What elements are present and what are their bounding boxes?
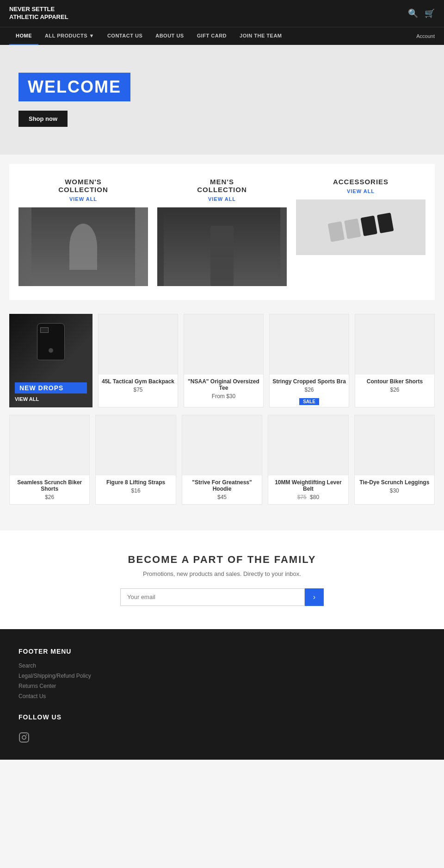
- product-image-straps: [96, 415, 175, 475]
- nav-item-gift-card[interactable]: GIFT CARD: [191, 27, 233, 45]
- product-image-bra: [270, 314, 349, 375]
- header: NEVER SETTLE ATHLETIC APPAREL 🔍 🛒: [0, 0, 444, 27]
- product-card-bra[interactable]: Stringy Cropped Sports Bra $26 SALE: [269, 314, 349, 407]
- footer-menu-title: FOOTER MENU: [18, 648, 426, 655]
- products-row-2: Seamless Scrunch Biker Shorts $26 Figure…: [9, 415, 435, 505]
- product-name-tye-dye: Tie-Dye Scrunch Leggings: [355, 475, 434, 487]
- header-icons: 🔍 🛒: [408, 8, 435, 19]
- new-drops-section: NEW DROPS VIEW ALL 45L Tactical Gym Back…: [0, 309, 444, 526]
- collections-section: WOMEN'SCOLLECTION VIEW ALL MEN'SCOLLECTI…: [9, 164, 435, 300]
- cart-icon[interactable]: 🛒: [425, 8, 435, 19]
- product-card-straps[interactable]: Figure 8 Lifting Straps $16: [95, 415, 176, 505]
- newsletter-subtitle: Promotions, new products and sales. Dire…: [9, 570, 435, 577]
- product-image-tye-dye: [355, 415, 434, 475]
- product-price-bra: $26: [270, 386, 349, 397]
- nav-left: HOME ALL PRODUCTS ▼ CONTACT US ABOUT US …: [9, 27, 289, 45]
- collections-grid: WOMEN'SCOLLECTION VIEW ALL MEN'SCOLLECTI…: [18, 178, 426, 286]
- product-name-belt: 10MM Weightlifting Lever Belt: [268, 475, 348, 493]
- svg-point-2: [26, 734, 27, 735]
- nav-item-join[interactable]: JOIN THE TEAM: [233, 27, 288, 45]
- product-name-hoodie: "Strive For Greatness" Hoodie: [182, 475, 262, 493]
- instagram-icon[interactable]: [18, 732, 30, 746]
- nav-item-all-products[interactable]: ALL PRODUCTS ▼: [38, 27, 101, 45]
- product-name-bra: Stringy Cropped Sports Bra: [270, 375, 349, 386]
- footer-link-contact[interactable]: Contact Us: [18, 693, 426, 699]
- product-name-backpack: 45L Tactical Gym Backpack: [99, 375, 178, 386]
- product-price-hoodie: $45: [182, 493, 262, 504]
- product-price-belt: $75 $80: [268, 493, 348, 504]
- product-price-tee: From $30: [184, 392, 263, 403]
- product-price-tye-dye: $30: [355, 487, 434, 498]
- accessories-collection-image[interactable]: [296, 200, 426, 255]
- product-image-scrunch-shorts: [10, 415, 89, 475]
- footer-link-returns[interactable]: Returns Center: [18, 683, 426, 689]
- product-image-tee: [184, 314, 263, 375]
- footer-link-search[interactable]: Search: [18, 662, 426, 669]
- main-nav: HOME ALL PRODUCTS ▼ CONTACT US ABOUT US …: [0, 27, 444, 45]
- product-price-shorts: $26: [355, 386, 434, 397]
- svg-point-1: [22, 736, 26, 739]
- footer-link-legal[interactable]: Legal/Shipping/Refund Policy: [18, 673, 426, 679]
- nav-account[interactable]: Account: [416, 33, 435, 39]
- nav-item-about[interactable]: ABOUT US: [149, 27, 190, 45]
- welcome-text: WELCOME: [28, 77, 121, 96]
- product-image-shorts: [355, 314, 434, 375]
- newsletter-title: BECOME A PART OF THE FAMILY: [9, 554, 435, 566]
- newsletter-form: ›: [120, 588, 324, 606]
- search-icon[interactable]: 🔍: [408, 8, 418, 19]
- nav-item-contact[interactable]: CONTACT US: [101, 27, 149, 45]
- products-row-1: NEW DROPS VIEW ALL 45L Tactical Gym Back…: [9, 314, 435, 407]
- product-name-scrunch-shorts: Seamless Scrunch Biker Shorts: [10, 475, 89, 493]
- brand-name: NEVER SETTLE ATHLETIC APPAREL: [9, 6, 83, 21]
- new-drops-view-all[interactable]: VIEW ALL: [15, 396, 87, 402]
- collection-men: MEN'SCOLLECTION VIEW ALL: [157, 178, 287, 286]
- newsletter-section: BECOME A PART OF THE FAMILY Promotions, …: [0, 531, 444, 629]
- product-name-straps: Figure 8 Lifting Straps: [96, 475, 175, 487]
- men-view-all-link[interactable]: VIEW ALL: [157, 196, 287, 202]
- men-collection-title: MEN'SCOLLECTION: [157, 178, 287, 194]
- product-card-hoodie[interactable]: "Strive For Greatness" Hoodie $45: [182, 415, 262, 505]
- shop-now-button[interactable]: Shop now: [18, 111, 68, 127]
- women-view-all-link[interactable]: VIEW ALL: [18, 196, 148, 202]
- product-card-backpack[interactable]: 45L Tactical Gym Backpack $75: [98, 314, 178, 407]
- product-price-scrunch-shorts: $26: [10, 493, 89, 504]
- product-image-backpack: [99, 314, 178, 375]
- product-card-tee[interactable]: "NSAA" Original Oversized Tee From $30: [184, 314, 264, 407]
- product-card-scrunch-shorts[interactable]: Seamless Scrunch Biker Shorts $26: [9, 415, 90, 505]
- product-price-belt-original: $75: [297, 494, 307, 500]
- product-name-tee: "NSAA" Original Oversized Tee: [184, 375, 263, 392]
- accessories-view-all-link[interactable]: VIEW ALL: [296, 188, 426, 194]
- sale-badge-bra: SALE: [299, 398, 319, 405]
- footer: FOOTER MENU Search Legal/Shipping/Refund…: [0, 629, 444, 760]
- women-collection-title: WOMEN'SCOLLECTION: [18, 178, 148, 194]
- product-image-belt: [268, 415, 348, 475]
- product-card-shorts[interactable]: Contour Biker Shorts $26: [355, 314, 435, 407]
- newsletter-submit-button[interactable]: ›: [305, 588, 324, 606]
- newsletter-email-input[interactable]: [120, 588, 305, 606]
- welcome-box: WELCOME: [18, 73, 130, 101]
- product-name-shorts: Contour Biker Shorts: [355, 375, 434, 386]
- women-collection-image[interactable]: [18, 207, 148, 286]
- new-drops-label: NEW DROPS: [15, 382, 87, 393]
- product-price-backpack: $75: [99, 386, 178, 397]
- men-collection-image[interactable]: [157, 207, 287, 286]
- footer-follow-title: FOLLOW US: [18, 713, 426, 721]
- collection-accessories: ACCESSORIES VIEW ALL: [296, 178, 426, 286]
- product-card-tye-dye[interactable]: Tie-Dye Scrunch Leggings $30: [354, 415, 435, 505]
- svg-rect-0: [19, 733, 29, 742]
- accessories-collection-title: ACCESSORIES: [296, 178, 426, 186]
- product-card-belt[interactable]: 10MM Weightlifting Lever Belt $75 $80: [268, 415, 348, 505]
- new-drops-hero[interactable]: NEW DROPS VIEW ALL: [9, 314, 92, 407]
- hero-section: WELCOME Shop now: [0, 45, 444, 155]
- footer-follow: FOLLOW US: [18, 713, 426, 746]
- collection-women: WOMEN'SCOLLECTION VIEW ALL: [18, 178, 148, 286]
- product-image-hoodie: [182, 415, 262, 475]
- nav-item-home[interactable]: HOME: [9, 27, 38, 45]
- footer-menu: FOOTER MENU Search Legal/Shipping/Refund…: [18, 648, 426, 699]
- product-price-straps: $16: [96, 487, 175, 498]
